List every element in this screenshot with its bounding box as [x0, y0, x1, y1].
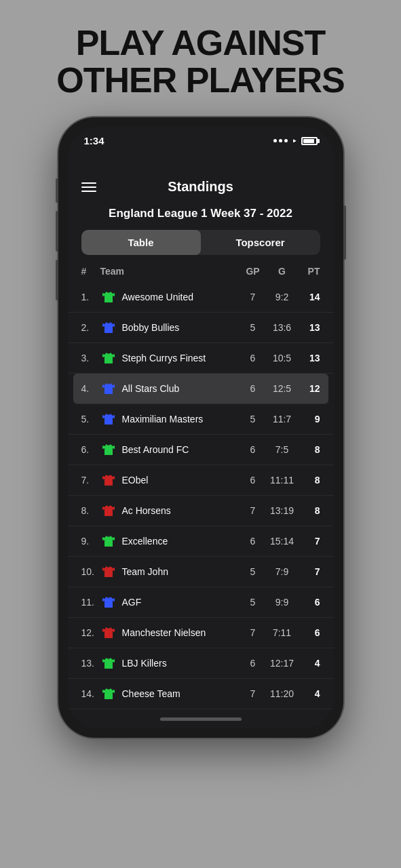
silent-button: [56, 178, 58, 203]
shirt-icon: [100, 350, 117, 366]
g-value: 12:17: [266, 658, 299, 669]
rank-number: 4.: [81, 383, 100, 394]
g-value: 10:5: [266, 353, 299, 363]
gp-value: 6: [240, 536, 266, 547]
gp-value: 5: [240, 322, 266, 333]
team-name: Cheese Team: [122, 688, 240, 699]
notch: [157, 151, 245, 170]
table-row: 1. Awesome United 7 9:2 14: [68, 282, 334, 313]
shirt-icon: [100, 686, 117, 702]
team-name: AGF: [122, 597, 240, 608]
volume-up-button: [56, 211, 58, 252]
tab-topscorer[interactable]: Topscorer: [201, 230, 320, 255]
shirt-icon: [100, 564, 117, 580]
table-row: 8. Ac Horsens 7 13:19 8: [68, 496, 334, 526]
battery-icon: [301, 137, 318, 145]
table-row: 5. Maximilian Masters 5 11:7 9: [68, 404, 334, 435]
pt-value: 6: [299, 627, 320, 638]
hamburger-line: [81, 182, 96, 184]
shirt-icon: [100, 533, 117, 549]
headline: PLAY AGAINST OTHER PLAYERS: [36, 0, 364, 117]
phone-screen: 1:34 ‣: [68, 127, 334, 728]
table-header: # Team GP G PT: [68, 263, 334, 282]
battery-fill: [303, 139, 314, 143]
team-name: Team John: [122, 566, 240, 577]
table-row: 10. Team John 5 7:9 7: [68, 557, 334, 587]
signal-dots: [273, 139, 288, 142]
gp-value: 5: [240, 566, 266, 577]
table-row: 11. AGF 5 9:9 6: [68, 587, 334, 618]
table-row: 6. Best Around FC 6 7:5 8: [68, 435, 334, 465]
pt-value: 6: [299, 597, 320, 608]
menu-button[interactable]: [81, 182, 96, 192]
gp-value: 6: [240, 658, 266, 669]
wifi-icon: ‣: [292, 136, 297, 146]
rank-number: 11.: [81, 597, 100, 608]
gp-value: 7: [240, 292, 266, 302]
team-name: Best Around FC: [122, 444, 240, 455]
rank-number: 8.: [81, 505, 100, 516]
home-indicator: [68, 709, 334, 728]
table-row: 2. Bobby Bullies 5 13:6 13: [68, 313, 334, 343]
g-value: 7:9: [266, 566, 299, 577]
home-bar: [160, 717, 242, 721]
g-value: 9:9: [266, 597, 299, 608]
signal-dot: [273, 139, 277, 142]
rank-number: 10.: [81, 566, 100, 577]
signal-dot: [284, 139, 288, 142]
g-value: 11:20: [266, 688, 299, 699]
header-pt: PT: [299, 266, 320, 277]
pt-value: 4: [299, 658, 320, 669]
hamburger-line: [81, 191, 96, 192]
rank-number: 6.: [81, 444, 100, 455]
status-time: 1:34: [84, 135, 104, 146]
rank-number: 14.: [81, 688, 100, 699]
pt-value: 4: [299, 688, 320, 699]
side-buttons-right: [343, 205, 346, 260]
gp-value: 7: [240, 688, 266, 699]
hamburger-line: [81, 186, 96, 188]
team-name: Ac Horsens: [122, 505, 240, 516]
rank-number: 7.: [81, 475, 100, 486]
pt-value: 14: [299, 292, 320, 302]
status-icons: ‣: [273, 136, 318, 146]
gp-value: 5: [240, 597, 266, 608]
gp-value: 6: [240, 444, 266, 455]
pt-value: 8: [299, 505, 320, 516]
g-value: 11:7: [266, 414, 299, 425]
team-name: Maximilian Masters: [122, 414, 240, 425]
pt-value: 7: [299, 536, 320, 547]
team-name: Bobby Bullies: [122, 322, 240, 333]
tab-table[interactable]: Table: [81, 230, 201, 255]
headline-line2: OTHER PLAYERS: [56, 60, 344, 100]
g-value: 15:14: [266, 536, 299, 547]
shirt-icon: [100, 411, 117, 427]
g-value: 7:11: [266, 627, 299, 638]
rank-number: 13.: [81, 658, 100, 669]
g-value: 12:5: [266, 383, 299, 394]
standings-table: 1. Awesome United 7 9:2 14 2. Bobby Bull…: [68, 282, 334, 709]
pt-value: 8: [299, 444, 320, 455]
pt-value: 9: [299, 414, 320, 425]
phone-frame: 1:34 ‣: [58, 117, 343, 738]
signal-dot: [279, 139, 282, 142]
g-value: 13:6: [266, 322, 299, 333]
team-name: Manchester Nielsen: [122, 627, 240, 638]
rank-number: 12.: [81, 627, 100, 638]
team-name: EObel: [122, 475, 240, 486]
table-row: 12. Manchester Nielsen 7 7:11 6: [68, 618, 334, 648]
side-buttons-left: [56, 178, 58, 300]
table-row: 4. All Stars Club 6 12:5 12: [73, 374, 328, 404]
team-name: Excellence: [122, 536, 240, 547]
app-content: Standings England League 1 Week 37 - 202…: [68, 170, 334, 709]
pt-value: 12: [299, 383, 320, 394]
league-title: England League 1 Week 37 - 2022: [68, 201, 334, 230]
rank-number: 2.: [81, 322, 100, 333]
shirt-icon: [100, 319, 117, 336]
tab-row: Table Topscorer: [81, 230, 320, 255]
table-row: 9. Excellence 6 15:14 7: [68, 526, 334, 557]
shirt-icon: [100, 289, 117, 305]
team-name: Steph Currys Finest: [122, 353, 240, 363]
status-bar: 1:34 ‣: [68, 127, 334, 151]
pt-value: 7: [299, 566, 320, 577]
